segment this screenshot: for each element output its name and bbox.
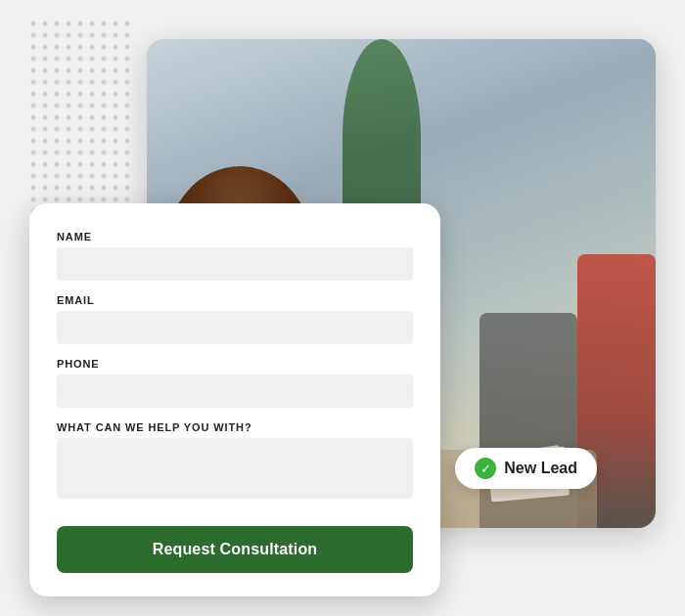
submit-button[interactable]: Request Consultation [57,526,413,573]
help-textarea[interactable] [57,438,413,499]
badge-check-icon: ✓ [475,458,496,479]
email-input[interactable] [57,311,413,344]
contact-form-card: NAME EMAIL PHONE WHAT CAN WE HELP YOU WI… [29,203,440,596]
phone-label: PHONE [57,358,413,370]
name-input[interactable] [57,247,413,281]
phone-field-group: PHONE [57,358,413,408]
email-field-group: EMAIL [57,294,413,344]
name-field-group: NAME [57,231,413,281]
name-label: NAME [57,231,413,242]
badge-label: New Lead [504,460,577,477]
help-label: WHAT CAN WE HELP YOU WITH? [57,421,413,433]
new-lead-badge: ✓ New Lead [455,448,597,489]
email-label: EMAIL [57,294,413,306]
scene-container: NAME EMAIL PHONE WHAT CAN WE HELP YOU WI… [29,20,656,596]
help-field-group: WHAT CAN WE HELP YOU WITH? [57,421,413,503]
phone-input[interactable] [57,374,413,408]
